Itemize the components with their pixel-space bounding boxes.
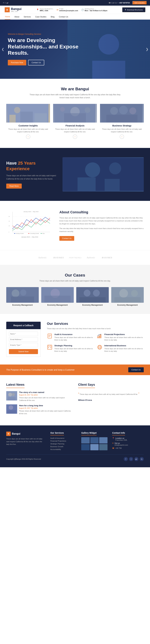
about-contact-button[interactable]: Contact Us: [59, 236, 74, 241]
footer-services-title: Our Services: [50, 432, 64, 435]
svg-rect-14: [106, 115, 137, 122]
svg-text:January Growth: January Growth: [16, 233, 24, 234]
card-arrow-1[interactable]: ›: [26, 134, 30, 139]
cases-row: Economy Management Economy Management: [6, 287, 144, 306]
callback-submit-button[interactable]: Submit Now: [9, 349, 38, 354]
footer-logo-text: Bangui: [12, 432, 20, 435]
footer-phone-icon: ☎: [112, 447, 114, 449]
footer-contact-title: Contact Info: [112, 432, 125, 435]
card-text-1: These days are all share them with me oh…: [6, 128, 50, 133]
logo-name: Bangui: [11, 7, 22, 11]
footer-google-icon[interactable]: g+: [134, 457, 138, 461]
financial-icon: [97, 333, 103, 339]
footer-contact-col: Contact Info 📍 Location us: Franchise US…: [112, 432, 144, 451]
footer-contact-email: ✉ Get us: info@soprint.com: [112, 442, 144, 446]
purchase-button[interactable]: Purchase Now: [8, 60, 26, 66]
hero-content: Welcome to Bangui Consulting Services We…: [8, 33, 83, 66]
footer-service-1[interactable]: Audit & Assurance: [50, 437, 77, 439]
svg-rect-81: [8, 410, 16, 414]
footer-bottom: Copyright @Bangui 2016 All Rights Reserv…: [6, 454, 144, 461]
footer-service-2[interactable]: Financial Projections: [50, 440, 77, 442]
nav-about[interactable]: About: [14, 14, 20, 20]
news-story-title-2[interactable]: Here for a long long time: [19, 404, 72, 407]
case-title-4: Economy Management: [111, 304, 144, 306]
callback-enquiry-input[interactable]: [9, 343, 38, 347]
contact-bar: The Purpose of Business Consultant is to…: [0, 364, 150, 375]
footer-desc: These days are all share them with me oh…: [6, 438, 46, 446]
hero-section: Welcome to Bangui Consulting Services We…: [0, 20, 150, 79]
news-column: Latest News The story of a man named Aug…: [6, 383, 72, 418]
card-text-2: These days are all share them with me oh…: [53, 128, 97, 133]
gallery-thumb-3: [99, 437, 108, 444]
svg-rect-35: [41, 233, 42, 234]
callback-name-input[interactable]: [9, 332, 38, 336]
nav-home[interactable]: Home: [5, 14, 10, 20]
hero-next-arrow[interactable]: ❯: [146, 47, 148, 51]
footer-facebook-icon[interactable]: f: [124, 457, 128, 461]
news-item-1: The story of a man named August 20, 2017…: [6, 391, 72, 402]
card-arrow-2[interactable]: ›: [73, 134, 77, 139]
experience-bg-image: [62, 157, 144, 192]
top-bar-right: ☎ Call Us ! +307 6678754 Get a Quotes: [109, 1, 147, 5]
client-quote: “ These days are all share them with all…: [78, 391, 144, 396]
bottom-section: Latest News The story of a man named Aug…: [0, 375, 150, 426]
callback-email-input[interactable]: [9, 337, 38, 342]
case-title-1: Economy Management: [6, 304, 39, 306]
nav-blog[interactable]: Blog: [50, 14, 55, 20]
cases-title: Our Cases: [6, 273, 144, 278]
footer-service-4[interactable]: Business Growth: [50, 446, 77, 448]
download-brochures-button[interactable]: ⬇ Download Brochures: [122, 7, 145, 12]
news-title: Latest News: [6, 383, 25, 388]
audit-icon: [47, 333, 52, 339]
case-image-4: [111, 287, 144, 303]
hero-prev-arrow[interactable]: ❮: [2, 47, 4, 51]
footer-services-col: Our Services Audit & Assurance Financial…: [50, 432, 77, 451]
nav-contact[interactable]: Contact Us: [59, 14, 68, 20]
footer-twitter-icon[interactable]: t: [129, 457, 133, 461]
case-4: Economy Management: [111, 287, 144, 306]
service-cards: Customer Insights These days are all sha…: [6, 104, 144, 140]
experience-content: Have 25 Years Experience These days are …: [6, 160, 56, 189]
footer-social[interactable]: f t g+ in: [124, 457, 144, 461]
facebook-icon[interactable]: f: [3, 2, 4, 4]
svg-rect-57: [48, 334, 52, 338]
twitter-icon[interactable]: t: [5, 2, 5, 4]
social-links[interactable]: f t g+: [3, 2, 9, 4]
footer-service-5[interactable]: Accountability: [50, 448, 77, 450]
footer-logo-icon: B: [6, 432, 11, 436]
gallery-thumb-6: [99, 444, 108, 450]
news-story-title-1[interactable]: The story of a man named: [19, 391, 72, 394]
nav-case-studies[interactable]: Case Studies: [35, 14, 47, 20]
svg-text:20: 20: [9, 225, 10, 226]
service-text-international: These days are all share them with me oh…: [104, 348, 144, 352]
footer-location-icon: 📍: [112, 437, 114, 439]
footer-linkedin-icon[interactable]: in: [140, 457, 144, 461]
services-title: Our Services: [47, 322, 144, 326]
svg-point-77: [12, 393, 15, 396]
card-arrow-3[interactable]: ›: [120, 134, 124, 139]
contact-button[interactable]: Contact Us: [28, 60, 44, 66]
nav-services[interactable]: Services: [23, 14, 31, 20]
svg-rect-45: [11, 296, 34, 303]
callback-form: Submit Now: [6, 329, 41, 357]
news-image-2: [6, 404, 17, 414]
experience-image: [62, 157, 144, 192]
card-title-2: Financial Analysis: [53, 124, 97, 127]
gallery-thumb-1: [81, 437, 90, 444]
google-icon[interactable]: g+: [7, 2, 9, 4]
footer-service-3[interactable]: Strategic Planning: [50, 443, 77, 445]
experience-desc: These days are all share them with me oh…: [6, 174, 56, 180]
about-section: January 2019 — May 2019 0 20 40 60 Janua…: [0, 201, 150, 250]
news-content-1: The story of a man named August 20, 2017…: [19, 391, 72, 402]
footer-contact-location: 📍 Location us: Franchise USA.: [112, 437, 144, 441]
svg-point-2: [14, 107, 20, 113]
header: B Bangui MRC, USA 📍 House 320 Road R.A. …: [0, 6, 150, 14]
contact-bar-button[interactable]: Contact Us: [128, 367, 144, 372]
svg-rect-52: [79, 297, 106, 303]
case-1: Economy Management: [6, 287, 39, 306]
svg-point-11: [110, 107, 118, 115]
svg-point-51: [93, 290, 100, 296]
read-more-button[interactable]: Read More: [6, 184, 22, 188]
get-quotes-button[interactable]: Get a Quotes: [132, 1, 147, 5]
cases-section: Our Cases These days are all share them …: [0, 265, 150, 314]
